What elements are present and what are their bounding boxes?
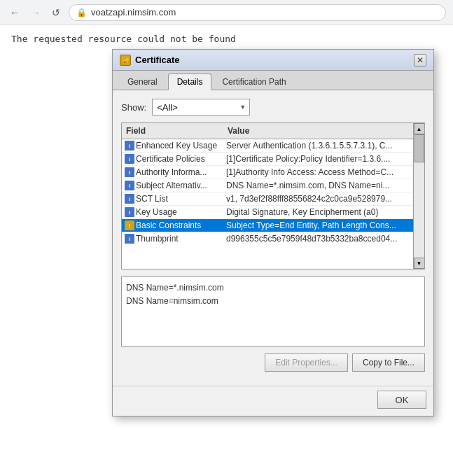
detail-line: DNS Name=*.nimsim.com xyxy=(126,281,420,295)
col-header-value: Value xyxy=(223,125,413,136)
table-row[interactable]: i Subject Alternativ... DNS Name=*.nimsi… xyxy=(122,179,413,192)
field-cell: i Certificate Policies xyxy=(122,153,223,165)
value-cell: Digital Signature, Key Encipherment (a0) xyxy=(223,206,413,218)
table-row[interactable]: i Certificate Policies [1]Certificate Po… xyxy=(122,153,413,166)
show-select-wrapper: <All> xyxy=(152,99,250,115)
scroll-thumb[interactable] xyxy=(414,134,424,162)
edit-properties-button[interactable]: Edit Properties... xyxy=(265,354,348,372)
back-button[interactable]: ← xyxy=(7,6,22,20)
scroll-up-button[interactable]: ▲ xyxy=(414,123,425,134)
value-cell: [1]Certificate Policy:Policy Identifier=… xyxy=(223,153,413,165)
tab-certification-path[interactable]: Certification Path xyxy=(213,74,295,90)
field-icon-blue: i xyxy=(125,194,134,204)
field-cell: i Key Usage xyxy=(122,206,223,218)
cert-fields-table: Field Value i Enhanced Key Usage Server … xyxy=(121,122,425,270)
error-message: The requested resource could not be foun… xyxy=(11,34,236,44)
scroll-track xyxy=(414,134,424,258)
table-row[interactable]: ! Basic Constraints Subject Type=End Ent… xyxy=(122,219,413,232)
table-inner: Field Value i Enhanced Key Usage Server … xyxy=(122,123,413,269)
col-header-field: Field xyxy=(122,125,223,136)
value-cell: DNS Name=*.nimsim.com, DNS Name=ni... xyxy=(223,179,413,192)
tab-details[interactable]: Details xyxy=(168,74,212,90)
field-icon-blue: i xyxy=(125,167,134,177)
field-cell: i Enhanced Key Usage xyxy=(122,139,223,152)
certificate-dialog: 🔐 Certificate ✕ General Details Certific… xyxy=(112,49,434,416)
field-icon-blue: i xyxy=(125,154,134,164)
browser-bar: ← → ↺ 🔒 voatzapi.nimsim.com xyxy=(0,0,453,25)
field-cell: i SCT List xyxy=(122,192,223,205)
value-cell: Subject Type=End Entity, Path Length Con… xyxy=(223,219,413,232)
address-bar: 🔒 voatzapi.nimsim.com xyxy=(69,4,446,21)
modal-title: Certificate xyxy=(135,55,180,65)
table-row[interactable]: i Enhanced Key Usage Server Authenticati… xyxy=(122,139,413,153)
field-icon-gold: ! xyxy=(125,220,134,230)
table-scrollbar[interactable]: ▲ ▼ xyxy=(413,123,424,269)
ok-button[interactable]: OK xyxy=(377,391,426,409)
field-cell: ! Basic Constraints xyxy=(122,219,223,232)
table-row[interactable]: i Thumbprint d996355c5c5e7959f48d73b5332… xyxy=(122,232,413,245)
table-row[interactable]: i SCT List v1, 7d3ef2f88fff88556824c2c0c… xyxy=(122,192,413,206)
scroll-down-button[interactable]: ▼ xyxy=(414,258,425,269)
show-select[interactable]: <All> xyxy=(152,99,250,115)
show-row: Show: <All> xyxy=(121,99,425,115)
field-icon-blue: i xyxy=(125,234,134,244)
close-button[interactable]: ✕ xyxy=(414,54,426,66)
lock-icon: 🔒 xyxy=(76,8,87,18)
tabs-container: General Details Certification Path xyxy=(113,71,433,90)
field-cell: i Subject Alternativ... xyxy=(122,179,223,192)
field-icon-blue: i xyxy=(125,141,134,150)
value-cell: d996355c5c5e7959f48d73b5332ba8cced04... xyxy=(223,232,413,245)
table-row[interactable]: i Authority Informa... [1]Authority Info… xyxy=(122,166,413,179)
tab-general[interactable]: General xyxy=(118,74,167,90)
address-text: voatzapi.nimsim.com xyxy=(91,7,176,18)
ok-row: OK xyxy=(113,386,433,416)
table-row[interactable]: i Key Usage Digital Signature, Key Encip… xyxy=(122,206,413,219)
refresh-button[interactable]: ↺ xyxy=(49,6,63,20)
cert-icon: 🔐 xyxy=(120,55,131,66)
field-icon-blue: i xyxy=(125,181,134,190)
copy-to-file-button[interactable]: Copy to File... xyxy=(352,354,425,372)
show-label: Show: xyxy=(121,102,146,113)
detail-line: DNS Name=nimsim.com xyxy=(126,295,420,308)
value-cell: Server Authentication (1.3.6.1.5.5.7.3.1… xyxy=(223,139,413,152)
modal-body: Show: <All> Field Value xyxy=(113,90,433,386)
field-cell: i Thumbprint xyxy=(122,232,223,245)
field-cell: i Authority Informa... xyxy=(122,166,223,178)
forward-button[interactable]: → xyxy=(28,6,43,20)
value-cell: v1, 7d3ef2f88fff88556824c2c0ca9e528979..… xyxy=(223,192,413,205)
modal-overlay: 🔐 Certificate ✕ General Details Certific… xyxy=(0,0,453,476)
detail-area: DNS Name=*.nimsim.com DNS Name=nimsim.co… xyxy=(121,276,425,346)
action-buttons-row: Edit Properties... Copy to File... xyxy=(121,354,425,372)
modal-titlebar: 🔐 Certificate ✕ xyxy=(113,50,433,71)
value-cell: [1]Authority Info Access: Access Method=… xyxy=(223,166,413,178)
table-header: Field Value xyxy=(122,123,413,139)
modal-title-left: 🔐 Certificate xyxy=(120,55,180,66)
field-icon-blue: i xyxy=(125,207,134,217)
